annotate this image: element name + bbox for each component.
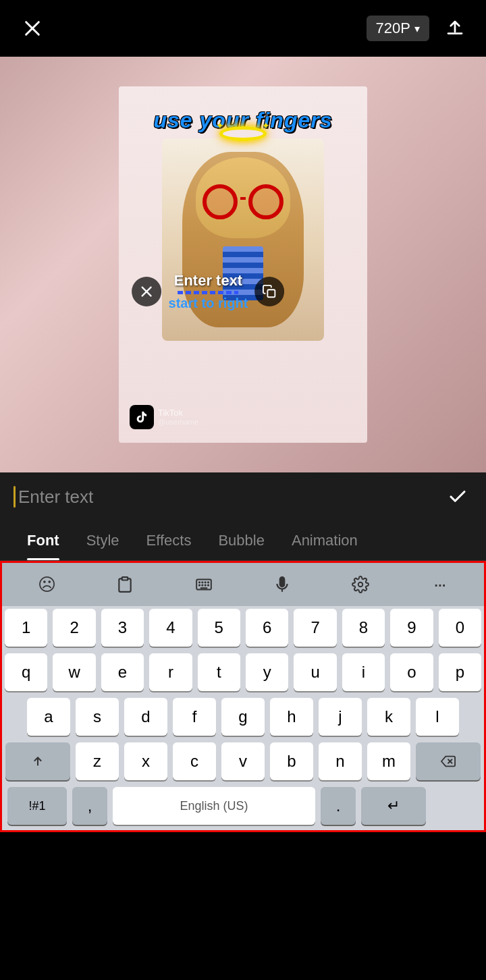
close-button[interactable] <box>16 12 49 45</box>
key-2[interactable]: 2 <box>53 609 95 647</box>
confirm-button[interactable] <box>443 482 473 512</box>
tab-animation[interactable]: Animation <box>278 521 371 560</box>
key-g[interactable]: g <box>221 698 265 736</box>
quality-selector[interactable]: 720P ▾ <box>367 16 429 41</box>
key-f[interactable]: f <box>173 698 216 736</box>
key-m[interactable]: m <box>367 742 410 780</box>
qwerty-row: q w e r t y u i o p <box>5 653 481 691</box>
key-n[interactable]: n <box>319 742 362 780</box>
tiktok-watermark: TikTok @username <box>130 405 198 429</box>
asdf-row: a s d f g h j k l <box>5 698 481 736</box>
delete-text-button[interactable] <box>132 277 162 306</box>
right-lens <box>248 184 284 219</box>
key-7[interactable]: 7 <box>294 609 336 647</box>
left-lens <box>202 184 238 219</box>
keyboard-keys: 1 2 3 4 5 6 7 8 9 0 q w e r t y u i o p … <box>2 606 484 825</box>
key-4[interactable]: 4 <box>149 609 192 647</box>
key-u[interactable]: u <box>294 653 336 691</box>
key-h[interactable]: h <box>270 698 313 736</box>
keyboard: ☹ <box>0 561 486 832</box>
emoji-icon[interactable]: ☹ <box>29 570 64 599</box>
more-icon[interactable]: ··· <box>422 570 457 599</box>
chevron-down-icon: ▾ <box>414 22 420 35</box>
svg-rect-4 <box>268 290 275 297</box>
text-overlay-controls: Enter text start to right <box>132 272 285 311</box>
key-a[interactable]: a <box>27 698 70 736</box>
glasses <box>202 184 284 219</box>
quality-label: 720P <box>376 20 410 37</box>
tab-font[interactable]: Font <box>14 521 73 560</box>
header: 720P ▾ <box>0 0 486 57</box>
special-chars-key[interactable]: !#1 <box>7 787 67 825</box>
text-editing-tabs: Font Style Effects Bubble Animation <box>0 521 486 561</box>
text-label[interactable]: Enter text start to right <box>169 272 248 311</box>
text-input-area: Enter text <box>0 472 486 521</box>
key-l[interactable]: l <box>416 698 459 736</box>
space-key[interactable]: English (US) <box>113 787 315 825</box>
delete-key[interactable] <box>416 742 481 780</box>
key-o[interactable]: o <box>390 653 433 691</box>
cat-face <box>196 157 290 238</box>
key-d[interactable]: d <box>124 698 167 736</box>
key-v[interactable]: v <box>221 742 265 780</box>
comma-key[interactable]: , <box>72 787 107 825</box>
svg-point-16 <box>358 582 363 587</box>
key-j[interactable]: j <box>319 698 362 736</box>
key-p[interactable]: p <box>439 653 481 691</box>
text-overlay-main: Enter text <box>174 272 242 290</box>
return-key[interactable]: ↵ <box>361 787 426 825</box>
clipboard-icon[interactable] <box>107 570 142 599</box>
key-5[interactable]: 5 <box>198 609 240 647</box>
key-1[interactable]: 1 <box>5 609 47 647</box>
halo-icon <box>219 126 267 141</box>
text-overlay-sub: start to right <box>169 296 248 311</box>
tab-effects[interactable]: Effects <box>133 521 205 560</box>
key-6[interactable]: 6 <box>246 609 288 647</box>
text-input-field[interactable]: Enter text <box>14 486 435 508</box>
tiktok-logo <box>130 405 154 429</box>
key-s[interactable]: s <box>76 698 119 736</box>
shift-key[interactable] <box>5 742 70 780</box>
bottom-row: !#1 , English (US) . ↵ <box>5 787 481 825</box>
tiktok-text: TikTok @username <box>158 408 198 427</box>
period-key[interactable]: . <box>321 787 356 825</box>
glass-bridge <box>240 197 246 200</box>
key-e[interactable]: e <box>101 653 144 691</box>
key-r[interactable]: r <box>149 653 192 691</box>
key-z[interactable]: z <box>76 742 119 780</box>
keyboard-layout-icon[interactable] <box>186 570 221 599</box>
key-x[interactable]: x <box>124 742 167 780</box>
key-b[interactable]: b <box>270 742 313 780</box>
key-9[interactable]: 9 <box>390 609 433 647</box>
svg-rect-5 <box>122 577 128 580</box>
zxcv-row: z x c v b n m <box>5 742 481 780</box>
text-cursor <box>14 486 16 508</box>
header-right: 720P ▾ <box>367 13 470 43</box>
key-3[interactable]: 3 <box>101 609 144 647</box>
tab-style[interactable]: Style <box>73 521 133 560</box>
settings-icon[interactable] <box>343 570 378 599</box>
key-0[interactable]: 0 <box>439 609 481 647</box>
key-i[interactable]: i <box>342 653 385 691</box>
key-c[interactable]: c <box>173 742 216 780</box>
key-q[interactable]: q <box>5 653 47 691</box>
keyboard-toolbar: ☹ <box>2 563 484 606</box>
key-t[interactable]: t <box>198 653 240 691</box>
key-k[interactable]: k <box>367 698 410 736</box>
video-inner: use your fingers <box>119 86 367 443</box>
microphone-icon[interactable] <box>265 570 300 599</box>
key-y[interactable]: y <box>246 653 288 691</box>
number-row: 1 2 3 4 5 6 7 8 9 0 <box>5 609 481 647</box>
text-underline <box>178 291 238 294</box>
tab-bubble[interactable]: Bubble <box>205 521 278 560</box>
copy-text-button[interactable] <box>254 277 284 306</box>
input-placeholder: Enter text <box>18 487 93 508</box>
video-preview: use your fingers <box>0 57 486 472</box>
key-8[interactable]: 8 <box>342 609 385 647</box>
upload-button[interactable] <box>440 13 470 43</box>
key-w[interactable]: w <box>53 653 95 691</box>
